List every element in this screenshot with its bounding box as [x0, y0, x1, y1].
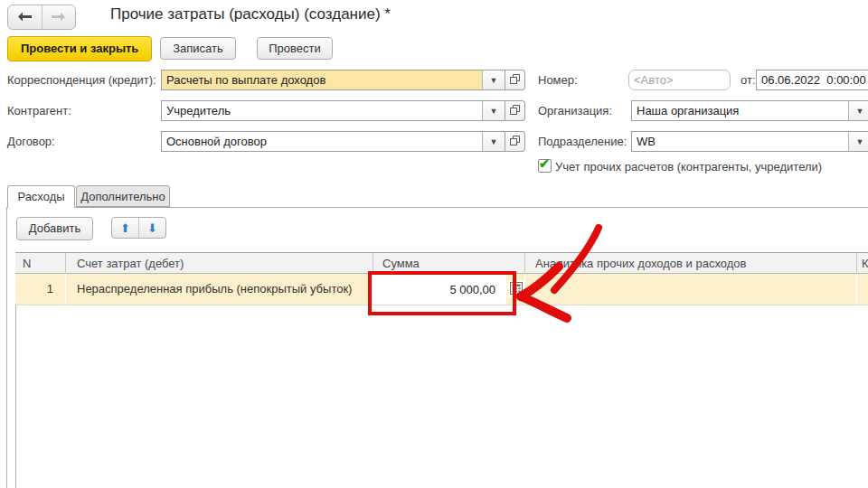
move-row-up-button[interactable]: ⬆ — [112, 218, 138, 238]
move-row-group: ⬆ ⬇ — [111, 217, 166, 239]
contractor-dropdown-button[interactable]: ▼ — [482, 101, 505, 120]
correspondence-open-button[interactable] — [505, 70, 525, 90]
correspondence-input[interactable] — [162, 70, 482, 89]
organization-label: Организация: — [538, 104, 612, 117]
document-window: Прочие затраты (расходы) (создание) * Пр… — [0, 0, 868, 488]
number-input[interactable] — [629, 70, 730, 89]
department-label: Подразделение: — [538, 135, 627, 148]
tab-additional[interactable]: Дополнительно — [76, 185, 170, 207]
contract-label: Договор: — [7, 135, 55, 148]
tab-panel-border — [6, 207, 868, 208]
chevron-down-icon: ▼ — [490, 76, 498, 85]
settlements-checkbox-label: Учет прочих расчетов (контрагенты, учред… — [555, 160, 822, 174]
column-header-sum: Сумма — [373, 253, 525, 274]
department-input[interactable] — [632, 132, 848, 151]
contract-dropdown-button[interactable]: ▼ — [482, 132, 505, 151]
write-button[interactable]: Записать — [160, 37, 236, 60]
row-cell-clipped[interactable] — [857, 274, 868, 305]
contractor-input[interactable] — [162, 101, 482, 120]
tab-expenses[interactable]: Расходы — [7, 185, 75, 208]
arrow-down-icon: ⬇ — [147, 221, 157, 235]
calculator-icon — [510, 282, 523, 297]
column-header-clipped: К — [857, 253, 868, 274]
post-button[interactable]: Провести — [257, 37, 333, 60]
open-in-window-icon — [510, 104, 520, 117]
column-header-account: Счет затрат (дебет) — [66, 253, 373, 274]
correspondence-field-group: ▼ — [161, 70, 525, 90]
tab-panel-left-border — [6, 207, 7, 488]
contract-open-button[interactable] — [505, 131, 525, 152]
date-input[interactable] — [757, 70, 868, 89]
column-header-analytics: Аналитика прочих доходов и расходов — [525, 253, 857, 274]
open-in-window-icon — [510, 135, 520, 148]
back-button[interactable] — [8, 5, 42, 29]
sum-cell-editor — [370, 274, 506, 305]
chevron-down-icon: ▼ — [490, 137, 498, 146]
arrow-left-icon — [17, 11, 33, 24]
correspondence-label: Корреспонденция (кредит): — [7, 73, 156, 87]
arrow-up-icon: ⬆ — [120, 221, 130, 235]
add-row-button[interactable]: Добавить — [16, 217, 93, 240]
row-cell-n[interactable]: 1 — [15, 274, 66, 305]
department-field: ▼ — [631, 131, 868, 152]
number-label: Номер: — [538, 73, 578, 87]
nav-history-group — [7, 5, 76, 30]
row-cell-account[interactable]: Нераспределенная прибыль (непокрытый убы… — [66, 274, 373, 305]
date-label: от: — [741, 73, 756, 87]
settlements-checkbox[interactable]: ✔ — [538, 159, 552, 173]
forward-button[interactable] — [42, 5, 76, 29]
post-and-close-button[interactable]: Провести и закрыть — [7, 36, 152, 61]
open-in-window-icon — [510, 73, 520, 87]
department-dropdown-button[interactable]: ▼ — [848, 132, 868, 151]
column-header-n: N — [15, 253, 66, 274]
organization-dropdown-button[interactable]: ▼ — [848, 101, 868, 120]
correspondence-dropdown-button[interactable]: ▼ — [482, 70, 505, 89]
chevron-down-icon: ▼ — [856, 107, 864, 116]
date-field — [756, 70, 868, 90]
arrow-right-icon — [51, 11, 66, 24]
sum-input[interactable] — [370, 274, 506, 305]
check-icon: ✔ — [539, 156, 550, 171]
row-cell-analytics[interactable] — [525, 274, 857, 305]
chevron-down-icon: ▼ — [490, 107, 498, 116]
chevron-down-icon: ▼ — [856, 137, 864, 146]
contractor-label: Контрагент: — [7, 104, 71, 117]
contractor-field-group: ▼ — [161, 100, 525, 121]
calculator-button[interactable] — [508, 281, 524, 297]
number-field — [628, 70, 731, 90]
organization-input[interactable] — [632, 101, 848, 120]
contractor-open-button[interactable] — [505, 100, 525, 121]
row-bottom-border — [15, 305, 868, 305]
move-row-down-button[interactable]: ⬇ — [138, 218, 165, 238]
organization-field: ▼ — [631, 100, 868, 121]
page-title: Прочие затраты (расходы) (создание) * — [110, 5, 391, 23]
contract-field-group: ▼ — [161, 131, 525, 152]
contract-input[interactable] — [162, 132, 482, 151]
